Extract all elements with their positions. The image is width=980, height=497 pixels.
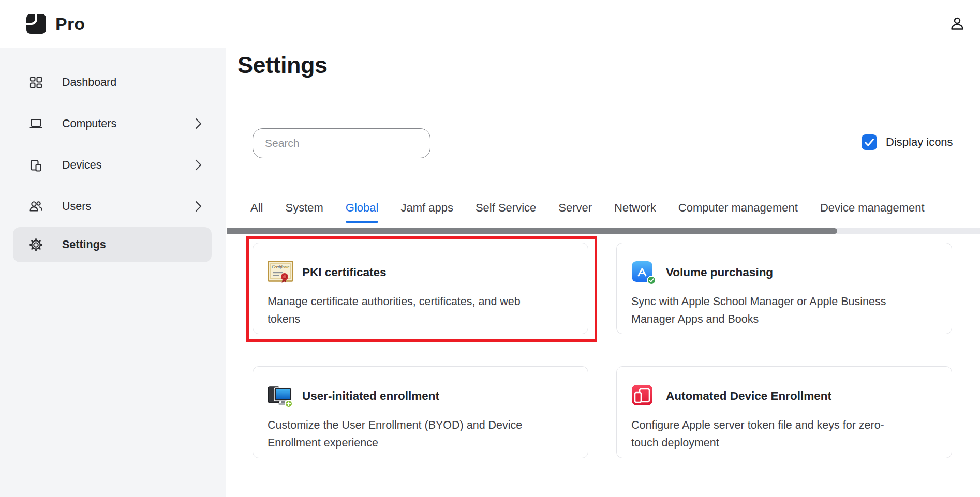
- display-icons-toggle[interactable]: Display icons: [862, 134, 953, 150]
- tab-system[interactable]: System: [285, 201, 323, 215]
- tab-self-service[interactable]: Self Service: [476, 201, 536, 215]
- chevron-right-icon: [195, 201, 202, 212]
- person-icon: [949, 16, 965, 32]
- app-logo[interactable]: Pro: [25, 12, 85, 35]
- devices-icon: [29, 158, 43, 172]
- display-icons-checkbox[interactable]: [862, 134, 877, 150]
- sidebar-item-devices[interactable]: Devices: [0, 144, 226, 186]
- svg-text:Certificate: Certificate: [272, 265, 290, 269]
- sidebar-item-label: Devices: [62, 159, 101, 172]
- phone-tablet-red-icon: [631, 384, 657, 409]
- display-icons-label: Display icons: [886, 135, 953, 149]
- card-title: PKI certificates: [302, 266, 387, 279]
- tab-device-management[interactable]: Device management: [820, 201, 925, 215]
- sidebar-item-computers[interactable]: Computers: [0, 103, 226, 144]
- sidebar-item-label: Users: [62, 200, 91, 213]
- card-title: Volume purchasing: [666, 266, 773, 279]
- title-divider: [227, 106, 980, 106]
- sidebar-item-dashboard[interactable]: Dashboard: [0, 62, 226, 103]
- app-store-check-icon: [631, 260, 657, 285]
- tab-all[interactable]: All: [250, 201, 263, 215]
- account-button[interactable]: [945, 11, 970, 36]
- search-input[interactable]: [253, 128, 430, 158]
- top-bar: Pro: [0, 0, 980, 48]
- card-user-initiated-enrollment[interactable]: User-initiated enrollment Customize the …: [253, 366, 588, 458]
- tab-computer-management[interactable]: Computer management: [678, 201, 798, 215]
- horizontal-scrollbar[interactable]: [227, 228, 980, 234]
- tab-server[interactable]: Server: [558, 201, 592, 215]
- sidebar-item-label: Computers: [62, 117, 116, 130]
- card-description: Customize the User Enrollment (BYOD) and…: [268, 416, 573, 451]
- computers-icon: [29, 117, 43, 131]
- checkmark-icon: [862, 134, 877, 150]
- card-description: Configure Apple server token file and ke…: [631, 416, 937, 451]
- card-title: User-initiated enrollment: [302, 389, 439, 403]
- sidebar-item-settings[interactable]: Settings: [13, 227, 212, 262]
- computer-plus-icon: [268, 384, 293, 409]
- page-title: Settings: [237, 52, 328, 79]
- brand-name: Pro: [55, 14, 85, 34]
- sidebar-item-users[interactable]: Users: [0, 186, 226, 227]
- card-pki-certificates[interactable]: Certificate PKI certificates Manage cert…: [253, 243, 588, 334]
- scrollbar-thumb[interactable]: [227, 228, 837, 234]
- dashboard-icon: [29, 76, 43, 89]
- tab-jamf-apps[interactable]: Jamf apps: [400, 201, 453, 215]
- card-description: Manage certificate authorities, certific…: [268, 293, 573, 328]
- sidebar-item-label: Dashboard: [62, 76, 116, 89]
- users-icon: [29, 200, 43, 214]
- sidebar-item-label: Settings: [62, 238, 106, 251]
- card-automated-device-enrollment[interactable]: Automated Device Enrollment Configure Ap…: [616, 366, 952, 458]
- category-tabs: All System Global Jamf apps Self Service…: [250, 201, 925, 215]
- gear-icon: [29, 238, 43, 252]
- sidebar: Dashboard Computers Devices Users: [0, 48, 226, 497]
- tab-global[interactable]: Global: [346, 201, 379, 215]
- chevron-right-icon: [195, 118, 202, 129]
- tab-network[interactable]: Network: [614, 201, 656, 215]
- card-title: Automated Device Enrollment: [666, 389, 831, 403]
- certificate-icon: Certificate: [268, 260, 293, 285]
- card-description: Sync with Apple School Manager or Apple …: [631, 293, 937, 328]
- card-volume-purchasing[interactable]: Volume purchasing Sync with Apple School…: [616, 243, 952, 334]
- jamf-logo-icon: [25, 12, 48, 35]
- chevron-right-icon: [195, 159, 202, 171]
